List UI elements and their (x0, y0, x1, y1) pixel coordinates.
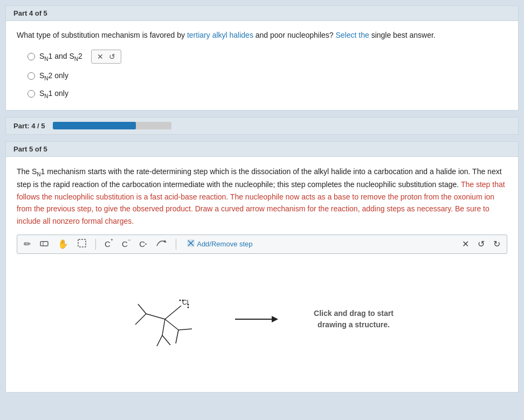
part5-header-label: Part 5 of 5 (13, 145, 47, 153)
progress-section: Part: 4 / 5 (5, 117, 519, 135)
toolbar-redo-icon[interactable]: ↻ (491, 238, 502, 250)
part5-header: Part 5 of 5 (6, 142, 518, 157)
highlight-tertiary: tertiary (187, 31, 210, 39)
molecule-structure: Cl (127, 281, 203, 357)
part4-section: Part 4 of 5 What type of substitution me… (5, 5, 519, 111)
add-remove-icon (187, 239, 195, 249)
toolbar-x-icon[interactable]: ✕ (460, 238, 471, 250)
svg-line-17 (162, 319, 165, 335)
radio-label-sn1-sn2[interactable]: SN1 and SN2 (39, 52, 82, 62)
toolbar-divider-1 (95, 239, 96, 250)
highlight-select: Select (335, 31, 356, 39)
highlight-red-text: The step that follows the nucleophilic s… (17, 180, 505, 225)
part4-header: Part 4 of 5 (6, 6, 518, 21)
svg-line-5 (165, 306, 181, 319)
svg-line-18 (157, 335, 162, 346)
page-wrapper: Part 4 of 5 What type of substitution me… (0, 0, 524, 398)
radio-label-sn2[interactable]: SN2 only (39, 71, 68, 81)
svg-line-14 (165, 319, 178, 330)
toolbar-right: ✕ ↺ ↻ (460, 238, 502, 250)
drawing-area[interactable]: Cl (17, 263, 507, 381)
svg-point-9 (188, 304, 189, 305)
svg-rect-0 (40, 242, 48, 246)
svg-marker-21 (272, 316, 278, 322)
select-icon[interactable] (75, 237, 89, 251)
radio-sn1[interactable] (27, 90, 35, 98)
radio-item-sn2: SN2 only (27, 71, 507, 81)
radio-item-sn1-sn2: SN1 and SN2 ✕ ↺ (27, 50, 507, 64)
svg-line-12 (135, 314, 146, 325)
reaction-arrow (235, 311, 278, 327)
eraser-icon[interactable] (37, 237, 51, 251)
part5-body: The SN1 mechanism starts with the rate-d… (6, 157, 518, 392)
progress-label: Part: 4 / 5 (13, 122, 45, 130)
hand-icon[interactable]: ✋ (56, 238, 71, 250)
toolbar-undo-icon[interactable]: ↺ (475, 238, 487, 250)
c-minus-icon[interactable]: C− (120, 238, 133, 250)
toolbar-divider-2 (176, 239, 176, 250)
part5-section: Part 5 of 5 The SN1 mechanism starts wit… (5, 141, 519, 393)
curved-arrow-icon[interactable] (153, 237, 169, 251)
part4-body: What type of substitution mechanism is f… (6, 21, 518, 110)
radio-group: SN1 and SN2 ✕ ↺ SN2 only (27, 50, 507, 99)
c-dot-icon[interactable]: C• (137, 238, 149, 250)
radio-item-sn1: SN1 only (27, 89, 507, 99)
svg-point-8 (182, 299, 184, 301)
answer-x-icon[interactable]: ✕ (97, 52, 104, 61)
svg-point-10 (188, 306, 189, 308)
highlight-alkyl: alkyl (212, 31, 227, 39)
svg-point-7 (180, 299, 181, 301)
part5-question-text: The SN1 mechanism starts with the rate-d… (17, 166, 507, 227)
pencil-icon[interactable]: ✏ (22, 238, 33, 250)
drawing-toolbar: ✏ ✋ C+ C− C• (17, 235, 507, 254)
click-drag-text: Click and drag to start drawing a struct… (311, 308, 397, 331)
radio-sn2[interactable] (27, 72, 35, 80)
radio-sn1-sn2[interactable] (27, 53, 35, 60)
highlight-halides: halides (230, 31, 253, 39)
add-remove-step-button[interactable]: Add/Remove step (187, 239, 252, 249)
progress-bar-fill (53, 122, 136, 129)
part4-question: What type of substitution mechanism is f… (17, 30, 507, 41)
add-remove-label: Add/Remove step (197, 240, 252, 248)
svg-rect-2 (78, 239, 86, 247)
part4-header-label: Part 4 of 5 (13, 9, 47, 17)
answer-undo-icon[interactable]: ↺ (109, 52, 115, 61)
svg-line-13 (138, 304, 146, 314)
c-plus-icon[interactable]: C+ (102, 238, 115, 250)
answer-box: ✕ ↺ (91, 50, 121, 64)
svg-line-15 (178, 329, 192, 330)
highlight-single: the (358, 31, 369, 39)
svg-line-16 (176, 330, 178, 343)
radio-label-sn1[interactable]: SN1 only (39, 89, 68, 99)
progress-bar-track (53, 122, 171, 129)
svg-line-11 (146, 314, 165, 319)
svg-line-19 (162, 335, 170, 345)
